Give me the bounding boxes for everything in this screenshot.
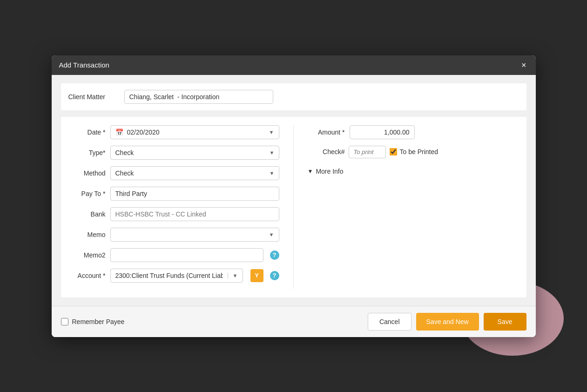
amount-input[interactable] — [350, 125, 415, 139]
y-badge-button[interactable]: Y — [250, 269, 263, 282]
dialog-title: Add Transaction — [59, 61, 109, 69]
type-label: Type* — [68, 149, 106, 156]
account-label: Account * — [68, 272, 106, 279]
save-and-new-button[interactable]: Save and New — [416, 313, 479, 331]
memo-input[interactable] — [111, 228, 279, 241]
date-input-wrapper[interactable]: 📅 02/20/2020 ▼ — [110, 125, 279, 139]
account-input[interactable] — [111, 269, 228, 282]
checknum-label: Check# — [308, 148, 345, 155]
dialog-footer: Remember Payee Cancel Save and New Save — [52, 306, 536, 337]
memo-row: Memo ▼ — [68, 228, 279, 242]
more-info-row[interactable]: ▼ More Info — [308, 168, 519, 175]
form-grid: Date * 📅 02/20/2020 ▼ Type* — [68, 125, 519, 289]
type-select-wrapper: Check ▼ — [110, 146, 279, 160]
memo2-help-icon[interactable]: ? — [270, 250, 279, 260]
form-right: Amount * Check# To be Printed — [294, 125, 519, 289]
remember-payee-checkbox[interactable] — [61, 318, 68, 325]
checknum-row: Check# To be Printed — [308, 146, 519, 158]
form-area: Date * 📅 02/20/2020 ▼ Type* — [61, 117, 526, 297]
memo-label: Memo — [68, 231, 106, 238]
date-dropdown-arrow: ▼ — [269, 129, 274, 135]
to-be-printed-label: To be Printed — [400, 148, 439, 155]
memo2-input[interactable] — [110, 248, 263, 262]
account-wrapper: ▼ — [110, 269, 243, 283]
bank-row: Bank — [68, 207, 279, 221]
dialog-titlebar: Add Transaction × — [52, 55, 536, 75]
save-button[interactable]: Save — [484, 313, 526, 331]
to-print-input[interactable] — [349, 146, 386, 158]
to-be-printed-checkbox[interactable] — [390, 148, 397, 155]
bank-input[interactable] — [110, 207, 279, 221]
footer-buttons: Cancel Save and New Save — [368, 313, 526, 331]
pay-to-row: Pay To * — [68, 187, 279, 201]
date-value: 02/20/2020 — [127, 128, 266, 136]
bank-label: Bank — [68, 210, 106, 218]
method-select-wrapper: Check ▼ — [110, 166, 279, 180]
pay-to-label: Pay To * — [68, 190, 106, 197]
pay-to-input[interactable] — [110, 187, 279, 201]
memo-wrapper: ▼ — [110, 228, 279, 242]
more-info-triangle-icon: ▼ — [308, 168, 313, 175]
to-be-printed-area: To be Printed — [390, 148, 439, 155]
calendar-icon: 📅 — [115, 128, 123, 136]
date-label: Date * — [68, 128, 106, 136]
method-select[interactable]: Check — [110, 166, 279, 180]
remember-payee-area: Remember Payee — [61, 318, 125, 325]
account-help-icon[interactable]: ? — [270, 271, 279, 280]
method-row: Method Check ▼ — [68, 166, 279, 180]
account-row: Account * ▼ Y ? — [68, 269, 279, 283]
dialog-backdrop: Add Transaction × Client Matter Date * — [52, 55, 536, 337]
memo-dropdown-arrow: ▼ — [269, 232, 274, 237]
type-row: Type* Check ▼ — [68, 146, 279, 160]
date-row: Date * 📅 02/20/2020 ▼ — [68, 125, 279, 139]
dialog-body: Client Matter Date * 📅 02/20/2020 — [52, 75, 536, 306]
remember-payee-label: Remember Payee — [72, 318, 125, 325]
memo2-row: Memo2 ? — [68, 248, 279, 262]
client-matter-row: Client Matter — [61, 83, 526, 110]
close-button[interactable]: × — [520, 61, 528, 69]
client-matter-input[interactable] — [124, 90, 273, 104]
type-select[interactable]: Check — [110, 146, 279, 160]
account-dropdown-arrow[interactable]: ▼ — [228, 273, 243, 278]
add-transaction-dialog: Add Transaction × Client Matter Date * — [52, 55, 536, 337]
amount-label: Amount * — [308, 128, 345, 136]
memo2-label: Memo2 — [68, 251, 106, 259]
client-matter-label: Client Matter — [68, 93, 115, 101]
form-left: Date * 📅 02/20/2020 ▼ Type* — [68, 125, 294, 289]
method-label: Method — [68, 169, 106, 177]
cancel-button[interactable]: Cancel — [368, 313, 412, 331]
amount-row: Amount * — [308, 125, 519, 139]
more-info-label[interactable]: More Info — [316, 168, 343, 175]
